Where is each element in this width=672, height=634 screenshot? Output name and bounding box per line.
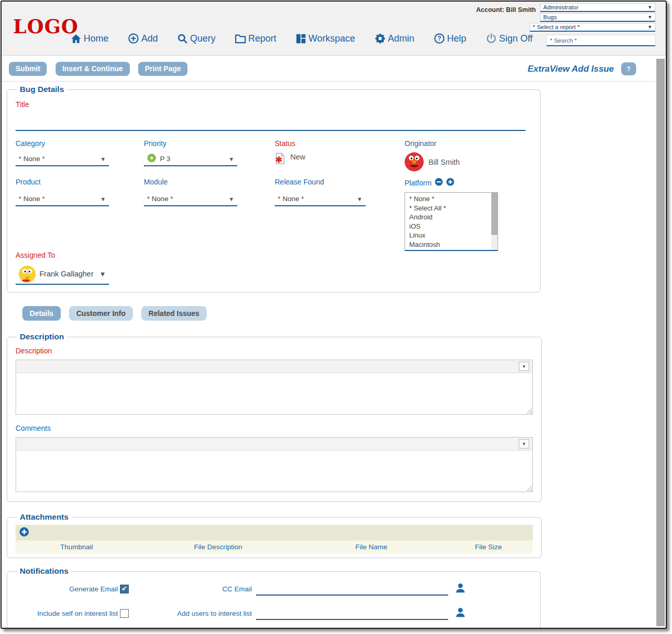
platform-option[interactable]: iOS: [409, 222, 490, 231]
editor-dropdown-button[interactable]: ▼: [519, 362, 529, 371]
report-select[interactable]: * Select a report * ▼: [530, 23, 655, 32]
platform-option[interactable]: * Select All *: [409, 204, 490, 213]
power-icon: [486, 33, 497, 44]
add-users-input[interactable]: [256, 607, 448, 620]
submit-button[interactable]: Submit: [9, 62, 47, 76]
col-file-size: File Size: [444, 543, 533, 551]
include-self-checkbox[interactable]: [120, 609, 129, 618]
category-value: * None *: [19, 155, 45, 163]
header: LOGO Home Add Query Report Workspace: [2, 2, 666, 56]
nav-home[interactable]: Home: [71, 33, 109, 44]
title-input[interactable]: [16, 118, 526, 131]
nav-report[interactable]: Report: [235, 33, 276, 44]
help-icon: ?: [434, 33, 445, 44]
include-self-label: Include self on interest list: [16, 610, 118, 617]
nav-add[interactable]: Add: [128, 33, 158, 44]
platform-option[interactable]: Linux: [409, 231, 490, 240]
category-label: Category: [16, 139, 144, 148]
platform-scrollbar[interactable]: [491, 193, 498, 250]
chevron-down-icon: ▼: [229, 156, 234, 162]
bug-details-fieldset: Bug Details Title Category Priority Stat…: [7, 85, 541, 293]
product-select[interactable]: * None * ▼: [16, 192, 109, 206]
insert-continue-button[interactable]: Insert & Continue: [56, 62, 130, 76]
cc-email-input[interactable]: [256, 583, 448, 596]
nav-label: Query: [190, 33, 216, 44]
top-toolbar: Submit Insert & Continue Print Page Extr…: [2, 56, 655, 82]
nav-query[interactable]: Query: [177, 33, 216, 44]
chevron-down-icon: ▼: [100, 156, 106, 162]
assigned-to-label: Assigned To: [16, 251, 532, 259]
chevron-down-icon: ▼: [99, 270, 106, 278]
tab-related-issues[interactable]: Related Issues: [141, 306, 207, 321]
nav-workspace[interactable]: Workspace: [295, 33, 355, 44]
originator-label: Originator: [405, 139, 532, 148]
status-value: New: [290, 153, 305, 161]
product-label: Product: [16, 178, 144, 188]
role-select-value: Administrator: [543, 4, 579, 10]
page-title: ExtraView Add Issue: [528, 64, 614, 74]
nav-label: Help: [447, 33, 466, 44]
user-lookup-icon[interactable]: [454, 582, 470, 596]
help-button[interactable]: ?: [621, 62, 636, 75]
nav-signoff[interactable]: Sign Off: [486, 33, 533, 44]
search-input[interactable]: [546, 35, 655, 46]
area-select[interactable]: Bugs ▼: [540, 13, 655, 22]
search-icon: [177, 33, 188, 44]
chevron-down-icon: ▼: [648, 5, 652, 10]
print-page-button[interactable]: Print Page: [138, 62, 187, 76]
resize-grip[interactable]: [526, 408, 532, 414]
nav-help[interactable]: ? Help: [434, 33, 466, 44]
workspace-grid-icon: [295, 33, 306, 44]
report-select-value: * Select a report *: [533, 24, 580, 30]
user-lookup-icon[interactable]: [454, 606, 470, 620]
priority-icon: [147, 153, 156, 164]
remove-platform-icon[interactable]: [435, 178, 443, 188]
description-label: Description: [16, 347, 533, 355]
description-textarea[interactable]: [16, 373, 532, 414]
module-value: * None *: [147, 195, 173, 203]
platform-listbox[interactable]: * None * * Select All * Android iOS Linu…: [405, 192, 498, 251]
release-found-value: * None *: [278, 195, 304, 203]
status-value-row: ✱ New: [275, 152, 405, 171]
comments-editor[interactable]: ▼: [16, 437, 533, 492]
role-select[interactable]: Administrator ▼: [540, 3, 655, 12]
category-select[interactable]: * None * ▼: [16, 152, 109, 166]
priority-select[interactable]: P 3 ▼: [144, 152, 237, 166]
assignee-avatar: [19, 266, 36, 283]
nav-label: Admin: [388, 33, 414, 44]
platform-label: Platform: [405, 179, 432, 187]
description-editor[interactable]: ▼: [16, 360, 533, 415]
tab-details[interactable]: Details: [22, 306, 61, 321]
platform-option[interactable]: Macintosh: [409, 240, 490, 249]
resize-grip[interactable]: [526, 485, 532, 491]
editor-dropdown-button[interactable]: ▼: [519, 439, 529, 448]
status-label: Status: [275, 139, 405, 148]
assigned-to-select[interactable]: Frank Gallagher ▼: [16, 264, 109, 285]
tab-customer-info[interactable]: Customer Info: [69, 306, 133, 321]
app-window: LOGO Home Add Query Report Workspace: [1, 1, 667, 629]
release-found-select[interactable]: * None * ▼: [275, 192, 366, 206]
main-nav: Home Add Query Report Workspace Admin: [71, 33, 533, 44]
priority-label: Priority: [144, 139, 275, 148]
platform-option[interactable]: * None *: [409, 194, 490, 204]
generate-email-checkbox[interactable]: [120, 585, 129, 593]
cc-email-label: CC Email: [139, 585, 252, 593]
module-label: Module: [144, 178, 275, 188]
attachments-toolbar: [16, 525, 533, 540]
bug-details-legend: Bug Details: [17, 85, 67, 94]
vertical-scrollbar[interactable]: [656, 59, 665, 626]
module-select[interactable]: * None * ▼: [144, 192, 237, 206]
add-users-label: Add users to interest list: [139, 610, 252, 617]
col-file-description: File Description: [138, 543, 299, 551]
platform-label-row: Platform: [405, 178, 532, 188]
comments-textarea[interactable]: [16, 451, 532, 492]
add-platform-icon[interactable]: [446, 178, 454, 188]
nav-label: Workspace: [308, 33, 355, 44]
nav-admin[interactable]: Admin: [374, 33, 414, 44]
chevron-down-icon: ▼: [100, 196, 106, 202]
originator-value: Bill Smith: [428, 158, 460, 166]
platform-option[interactable]: Android: [409, 213, 490, 222]
nav-label: Report: [248, 33, 276, 44]
add-attachment-icon[interactable]: [19, 527, 29, 539]
originator-value-row: Bill Smith: [405, 152, 532, 171]
